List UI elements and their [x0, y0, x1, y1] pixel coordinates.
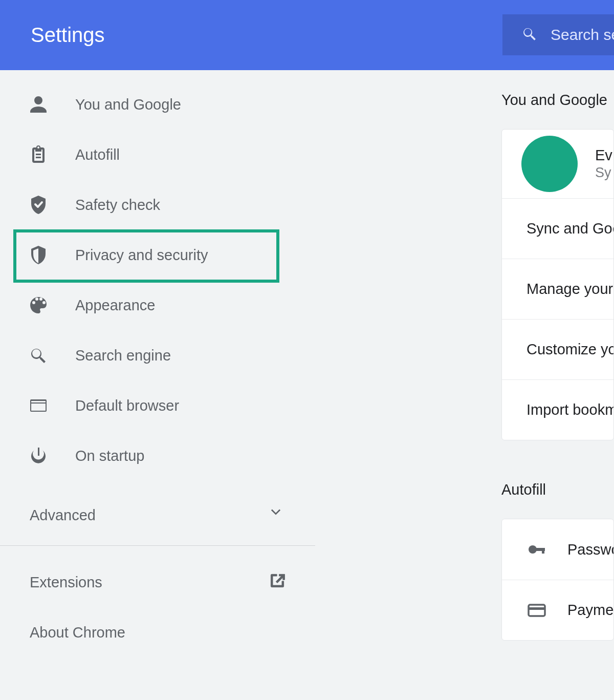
row-label: Manage your Google Account — [527, 281, 614, 298]
browser-icon — [28, 395, 49, 416]
row-customize-profile[interactable]: Customize your Chrome profile — [502, 319, 613, 379]
sidebar-item-appearance[interactable]: Appearance — [0, 280, 315, 330]
profile-subtext: Sy — [595, 165, 612, 181]
row-import-bookmarks[interactable]: Import bookmarks and settings — [502, 379, 613, 440]
sidebar-item-you-and-google[interactable]: You and Google — [0, 79, 315, 130]
card-icon — [527, 600, 547, 621]
avatar — [521, 136, 578, 192]
search-icon — [521, 25, 538, 45]
profile-name: Ev — [595, 147, 612, 164]
sidebar-item-label: Search engine — [75, 347, 171, 364]
row-sync-services[interactable]: Sync and Google services — [502, 198, 613, 259]
sidebar-item-label: You and Google — [75, 96, 181, 113]
person-icon — [28, 94, 49, 115]
sidebar-item-extensions[interactable]: Extensions — [0, 557, 315, 607]
extensions-label: Extensions — [30, 574, 102, 591]
row-label: Sync and Google services — [527, 220, 614, 237]
palette-icon — [28, 295, 49, 315]
sidebar-divider — [0, 545, 315, 546]
profile-card: Ev Sy Sync and Google services Manage yo… — [501, 129, 614, 440]
advanced-label: Advanced — [30, 507, 96, 524]
row-passwords[interactable]: Passwords — [502, 519, 613, 580]
sidebar-item-label: Appearance — [75, 297, 155, 314]
row-label: Payment methods — [567, 602, 614, 619]
row-manage-account[interactable]: Manage your Google Account — [502, 259, 613, 319]
sidebar-item-default-browser[interactable]: Default browser — [0, 380, 315, 431]
sidebar-item-autofill[interactable]: Autofill — [0, 130, 315, 180]
open-external-icon — [268, 571, 287, 593]
shield-check-icon — [28, 195, 49, 215]
sidebar-item-label: Privacy and security — [75, 247, 208, 264]
section-title-you-and-google: You and Google — [501, 92, 614, 109]
settings-main: You and Google Ev Sy Sync and Google ser… — [315, 70, 614, 700]
row-label: Customize your Chrome profile — [527, 341, 614, 358]
sidebar-item-label: Default browser — [75, 397, 179, 414]
autofill-card: Passwords Payment methods — [501, 519, 614, 641]
search-placeholder: Search settings — [551, 26, 614, 44]
page-title: Settings — [31, 24, 105, 47]
sidebar-advanced-toggle[interactable]: Advanced — [0, 490, 315, 540]
sidebar-item-about-chrome[interactable]: About Chrome — [0, 607, 315, 657]
shield-icon — [28, 245, 49, 265]
row-label: Import bookmarks and settings — [527, 401, 614, 418]
sidebar-item-label: Safety check — [75, 197, 160, 214]
sidebar-item-safety-check[interactable]: Safety check — [0, 180, 315, 230]
about-label: About Chrome — [30, 624, 125, 641]
search-icon — [28, 345, 49, 366]
chevron-down-icon — [269, 507, 282, 524]
row-label: Passwords — [567, 541, 614, 558]
section-title-autofill: Autofill — [501, 481, 614, 498]
sidebar-item-on-startup[interactable]: On startup — [0, 431, 315, 481]
sidebar-item-label: On startup — [75, 448, 144, 464]
sidebar-item-privacy-security[interactable]: Privacy and security — [0, 230, 315, 280]
profile-row[interactable]: Ev Sy — [502, 130, 613, 198]
sidebar-item-label: Autofill — [75, 146, 120, 163]
power-icon — [28, 446, 49, 466]
search-box[interactable]: Search settings — [502, 14, 614, 55]
app-header: Settings Search settings — [0, 0, 614, 70]
clipboard-icon — [28, 144, 49, 165]
settings-sidebar: You and Google Autofill Safety check Pri… — [0, 70, 315, 700]
sidebar-item-search-engine[interactable]: Search engine — [0, 330, 315, 380]
key-icon — [527, 539, 547, 560]
row-payment-methods[interactable]: Payment methods — [502, 580, 613, 640]
